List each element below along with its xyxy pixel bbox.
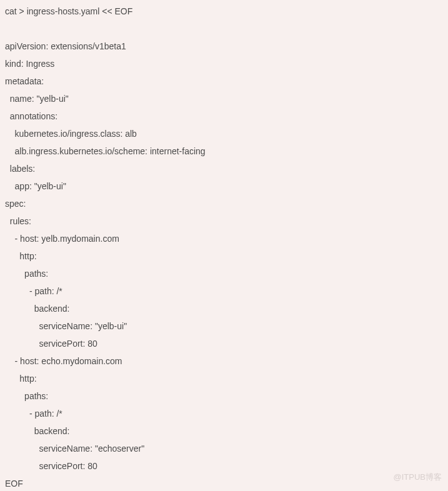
watermark: @ITPUB博客: [394, 469, 442, 486]
code-block: cat > ingress-hosts.yaml << EOF apiVersi…: [5, 2, 442, 491]
